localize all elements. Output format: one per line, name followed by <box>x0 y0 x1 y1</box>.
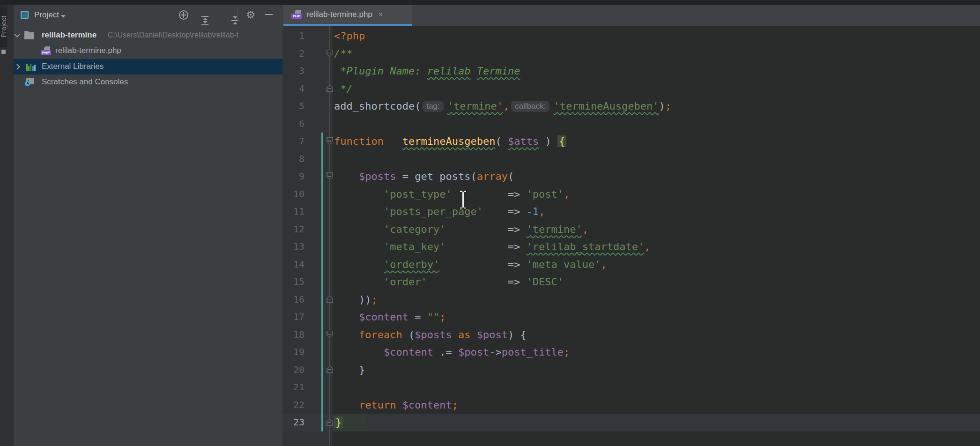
chevron-down-icon[interactable] <box>61 15 66 18</box>
window-top-strip <box>0 0 980 5</box>
code-line[interactable]: $content = ""; <box>334 308 671 326</box>
settings-gear-icon[interactable]: ⚙ <box>246 10 255 20</box>
scratches-icon <box>26 78 34 84</box>
code-line[interactable]: *Plugin Name: relilab Termine <box>334 62 671 80</box>
fold-marker-icon[interactable] <box>327 296 333 303</box>
code-line[interactable] <box>334 379 671 396</box>
code-line[interactable]: } <box>334 414 671 431</box>
code-line[interactable]: foreach ($posts as $post) { <box>334 326 671 344</box>
tree-item-label[interactable]: External Libraries <box>42 62 104 71</box>
code-area[interactable]: <?php/** *Plugin Name: relilab Termine *… <box>334 27 671 431</box>
code-line[interactable]: 'order' => 'DESC' <box>334 273 671 291</box>
code-line[interactable]: 'orderby' => 'meta_value', <box>334 256 671 274</box>
fold-gutter <box>282 26 333 446</box>
project-path: C:\Users\Daniel\Desktop\relilab\relilab-… <box>108 31 238 39</box>
chevron-right-icon[interactable] <box>14 64 20 70</box>
project-view-icon[interactable] <box>21 11 29 19</box>
fold-marker-icon[interactable] <box>327 137 333 145</box>
chevron-down-icon[interactable] <box>14 31 20 37</box>
php-file-icon: PHP <box>41 46 51 55</box>
fold-marker-icon[interactable] <box>327 418 333 426</box>
code-line[interactable]: $posts = get_posts(array( <box>334 168 671 186</box>
project-panel-title[interactable]: Project <box>34 10 59 20</box>
fold-marker-icon[interactable] <box>327 331 333 338</box>
fold-marker-icon[interactable] <box>327 366 333 373</box>
fold-marker-icon[interactable] <box>327 172 333 180</box>
library-icon <box>26 63 36 71</box>
php-file-icon: PHP <box>291 10 302 19</box>
code-line[interactable]: <?php <box>334 27 671 45</box>
ide-window: Project Project ⚙ <box>0 0 980 446</box>
hide-panel-icon[interactable] <box>265 14 273 15</box>
code-line[interactable]: 'category' => 'termine', <box>334 221 671 238</box>
project-panel: Project ⚙ relilab-termine <box>14 5 282 446</box>
fold-marker-icon[interactable] <box>327 50 333 57</box>
text-cursor-pointer <box>459 191 467 208</box>
code-line[interactable]: } <box>334 361 671 379</box>
tree-item-label[interactable]: relilab-termine <box>42 30 97 40</box>
tree-row-project-root[interactable]: relilab-termine C:\Users\Daniel\Desktop\… <box>14 28 282 43</box>
header-divider <box>237 9 238 21</box>
tree-row-external-libraries[interactable]: External Libraries <box>14 59 282 74</box>
project-stripe-label: Project <box>0 15 7 37</box>
code-line[interactable]: /** <box>334 45 671 63</box>
code-line[interactable]: 'posts_per_page' => -1, <box>334 203 671 221</box>
fold-marker-icon[interactable] <box>327 85 333 92</box>
code-editor[interactable]: 1234567891011121314151617181920212223 <?… <box>282 26 980 446</box>
folder-icon <box>24 32 34 39</box>
code-line[interactable]: */ <box>334 80 671 98</box>
code-line[interactable]: 'meta_key' => 'relilab_startdate', <box>334 238 671 256</box>
code-line[interactable]: function termineAusgeben( $atts ) { <box>334 133 671 150</box>
tree-row-php-file[interactable]: PHP relilab-termine.php <box>14 43 282 59</box>
tab-relilab-termine-php[interactable]: PHP relilab-termine.php ✕ <box>283 5 412 26</box>
tree-item-label[interactable]: Scratches and Consoles <box>42 77 128 87</box>
project-panel-header: Project ⚙ <box>14 5 282 25</box>
locate-icon[interactable] <box>179 10 188 20</box>
project-stripe-button[interactable]: Project <box>0 7 7 47</box>
code-line[interactable]: return $content; <box>334 396 671 414</box>
code-line[interactable] <box>334 150 671 168</box>
close-icon[interactable]: ✕ <box>378 11 384 18</box>
code-line[interactable]: )); <box>334 291 671 309</box>
tool-window-stripe: Project <box>0 5 14 446</box>
code-line[interactable]: add_shortcode(tag:'termine',callback:'te… <box>334 97 671 115</box>
editor-tab-bar: PHP relilab-termine.php ✕ <box>282 5 980 26</box>
tree-row-scratches[interactable]: Scratches and Consoles <box>14 74 282 90</box>
code-line[interactable] <box>334 115 671 133</box>
stripe-square-icon <box>1 50 6 54</box>
tree-item-label[interactable]: relilab-termine.php <box>55 46 121 55</box>
expand-all-icon[interactable] <box>200 16 210 25</box>
tab-label: relilab-termine.php <box>306 10 372 19</box>
code-line[interactable]: 'post_type' => 'post', <box>334 186 671 203</box>
collapse-all-icon[interactable] <box>230 16 240 25</box>
code-line[interactable]: $content .= $post->post_title; <box>334 343 671 361</box>
